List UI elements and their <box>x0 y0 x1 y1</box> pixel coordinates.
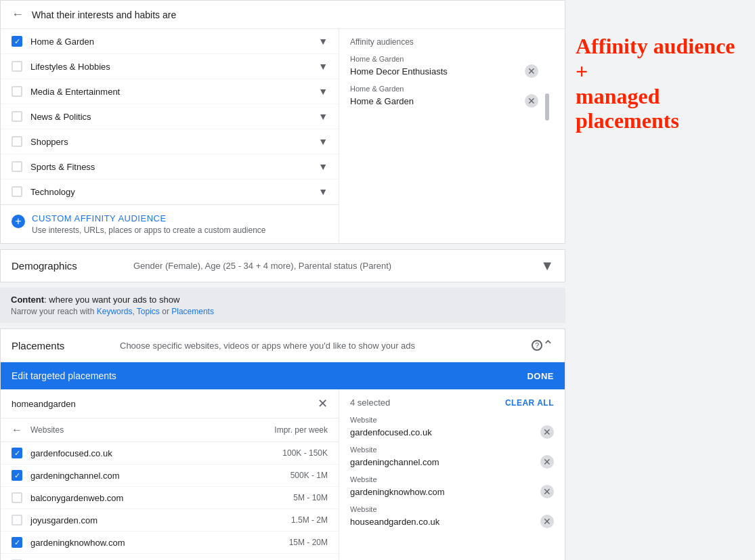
chevron-down-icon[interactable]: ▼ <box>318 86 328 97</box>
collapse-icon[interactable]: ⌃ <box>542 337 554 353</box>
shoppers-checkbox[interactable] <box>12 136 22 147</box>
back-arrow-icon[interactable]: ← <box>12 7 24 22</box>
placed-item-category: Website <box>350 505 554 513</box>
placements-description: Choose specific websites, videos or apps… <box>120 341 527 351</box>
chevron-down-icon[interactable]: ▼ <box>318 36 328 47</box>
website-name: balconygardenweb.com <box>30 493 293 503</box>
content-subtitle: Narrow your reach with Keywords, Topics … <box>11 307 555 316</box>
demographics-value: Gender (Female), Age (25 - 34 + 4 more),… <box>133 261 540 271</box>
remove-placement-button[interactable]: ✕ <box>540 455 554 469</box>
selected-count: 4 selected <box>350 397 390 408</box>
annotation-line2: managed placements <box>576 84 745 134</box>
content-title: Content: where you want your ads to show <box>11 295 555 305</box>
remove-audience-button[interactable]: ✕ <box>525 64 538 78</box>
selected-count-row: 4 selected CLEAR ALL <box>350 397 554 408</box>
topics-link[interactable]: Topics <box>137 307 160 316</box>
website-impr: 5M - 10M <box>293 493 328 502</box>
placements-link[interactable]: Placements <box>171 307 214 316</box>
chevron-down-icon[interactable]: ▼ <box>318 111 328 122</box>
results-label: Websites <box>30 425 274 435</box>
edit-placements-header: Edit targeted placements DONE <box>1 362 565 389</box>
search-input[interactable] <box>12 399 318 409</box>
selected-item-row: Home Decor Enthusiasts ✕ <box>350 64 538 78</box>
website-name: gardeningknowhow.com <box>30 538 289 548</box>
website-checkbox[interactable] <box>12 470 22 481</box>
chevron-down-icon[interactable]: ▼ <box>318 61 328 72</box>
list-item: Media & Entertainment ▼ <box>1 79 339 104</box>
custom-affinity-text: CUSTOM AFFINITY AUDIENCE Use interests, … <box>32 213 266 235</box>
clear-all-button[interactable]: CLEAR ALL <box>505 398 554 408</box>
remove-audience-button[interactable]: ✕ <box>525 94 538 108</box>
placed-item-name: gardenfocused.co.uk <box>350 427 432 437</box>
list-item: Technology ▼ <box>1 179 339 204</box>
done-button[interactable]: DONE <box>527 371 554 381</box>
results-back-icon[interactable]: ← <box>12 424 22 436</box>
chevron-down-icon[interactable]: ▼ <box>318 136 328 147</box>
placements-label: Placements <box>12 340 120 351</box>
website-checkbox[interactable] <box>12 492 22 503</box>
website-row: gardenersworld.com 2M - 2.5M <box>1 554 339 560</box>
affinity-header-title: What their interests and habits are <box>32 9 554 20</box>
affinity-content: Home & Garden ▼ Lifestyles & Hobbies ▼ M… <box>1 29 565 243</box>
affinity-list: Home & Garden ▼ Lifestyles & Hobbies ▼ M… <box>1 29 339 243</box>
results-header: ← Websites Impr. per week <box>1 418 339 442</box>
remove-placement-button[interactable]: ✕ <box>540 485 554 498</box>
website-name: gardenfocused.co.uk <box>30 448 282 458</box>
selected-audience-item: Home & Garden Home & Garden ✕ <box>350 85 538 108</box>
clear-search-button[interactable]: ✕ <box>318 396 328 411</box>
item-label: Lifestyles & Hobbies <box>30 62 318 72</box>
add-icon: + <box>12 215 25 228</box>
content-title-strong: Content <box>11 295 44 305</box>
list-item: News & Politics ▼ <box>1 104 339 129</box>
website-checkbox[interactable] <box>12 515 22 525</box>
website-checkbox[interactable] <box>12 448 22 458</box>
list-item: Shoppers ▼ <box>1 129 339 154</box>
home-garden-checkbox[interactable] <box>12 36 22 47</box>
placed-item: Website gardeningknowhow.com ✕ <box>350 475 554 498</box>
item-label: News & Politics <box>30 112 318 122</box>
expand-icon[interactable]: ▼ <box>540 258 554 274</box>
placed-item-name: houseandgarden.co.uk <box>350 517 439 527</box>
help-icon[interactable]: ? <box>532 340 542 351</box>
placed-item-name: gardeningchannel.com <box>350 457 439 467</box>
lifestyles-checkbox[interactable] <box>12 61 22 72</box>
keywords-link[interactable]: Keywords <box>97 307 133 316</box>
selected-item-row: Home & Garden ✕ <box>350 94 538 108</box>
chevron-down-icon[interactable]: ▼ <box>318 186 328 197</box>
scrollbar-thumb[interactable] <box>545 93 549 121</box>
remove-placement-button[interactable]: ✕ <box>540 425 554 439</box>
website-row: balconygardenweb.com 5M - 10M <box>1 487 339 509</box>
placed-item-name: gardeningknowhow.com <box>350 487 444 497</box>
search-input-row: ✕ <box>1 389 339 418</box>
impr-label: Impr. per week <box>274 425 328 435</box>
selected-placements-panel: 4 selected CLEAR ALL Website gardenfocus… <box>339 389 565 560</box>
custom-affinity-title: CUSTOM AFFINITY AUDIENCE <box>32 213 266 223</box>
demographics-row[interactable]: Demographics Gender (Female), Age (25 - … <box>0 249 565 282</box>
placed-item-category: Website <box>350 416 554 424</box>
website-checkbox[interactable] <box>12 537 22 548</box>
edit-placements-panel: Edit targeted placements DONE ✕ ← Websit… <box>1 362 565 560</box>
annotation-text: Affinity audience + managed placements <box>576 14 745 133</box>
placements-section: Placements Choose specific websites, vid… <box>0 328 565 560</box>
selected-item-category: Home & Garden <box>350 85 538 93</box>
website-name: joyusgarden.com <box>30 515 291 525</box>
website-row: gardeningknowhow.com 15M - 20M <box>1 532 339 554</box>
tech-checkbox[interactable] <box>12 186 22 197</box>
placed-item-row: gardeningknowhow.com ✕ <box>350 485 554 498</box>
remove-placement-button[interactable]: ✕ <box>540 515 554 528</box>
placements-header: Placements Choose specific websites, vid… <box>1 329 565 362</box>
content-title-rest: : where you want your ads to show <box>44 295 179 305</box>
sports-checkbox[interactable] <box>12 161 22 172</box>
chevron-down-icon[interactable]: ▼ <box>318 161 328 172</box>
media-checkbox[interactable] <box>12 86 22 97</box>
custom-affinity-row[interactable]: + CUSTOM AFFINITY AUDIENCE Use interests… <box>1 204 339 243</box>
item-label: Media & Entertainment <box>30 87 318 97</box>
news-checkbox[interactable] <box>12 111 22 122</box>
item-label: Sports & Fitness <box>30 162 318 172</box>
website-impr: 100K - 150K <box>282 448 328 458</box>
placed-item: Website gardenfocused.co.uk ✕ <box>350 416 554 439</box>
website-impr: 500K - 1M <box>290 471 328 480</box>
selected-item-name: Home Decor Enthusiasts <box>350 66 448 77</box>
placed-item-row: gardeningchannel.com ✕ <box>350 455 554 469</box>
selected-audience-item: Home & Garden Home Decor Enthusiasts ✕ <box>350 55 538 78</box>
